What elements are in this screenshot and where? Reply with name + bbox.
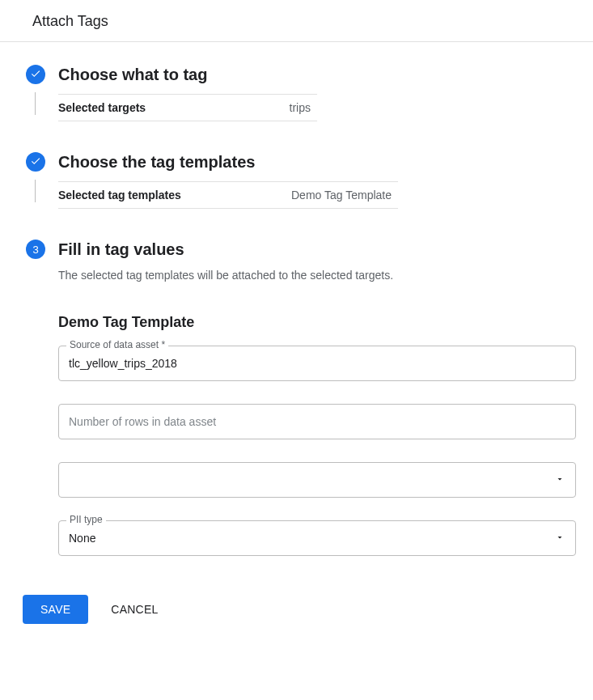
step2-complete-badge bbox=[26, 152, 45, 172]
step2-summary-row: Selected tag templates Demo Tag Template bbox=[58, 181, 398, 209]
step-connector bbox=[35, 180, 36, 202]
step3-description: The selected tag templates will be attac… bbox=[58, 269, 576, 282]
cancel-button[interactable]: CANCEL bbox=[111, 603, 158, 616]
save-button[interactable]: SAVE bbox=[23, 595, 88, 624]
step2-summary-value: Demo Tag Template bbox=[291, 189, 398, 202]
step2-summary-label: Selected tag templates bbox=[58, 189, 181, 202]
step1-complete-badge bbox=[26, 65, 45, 84]
step2-title: Choose the tag templates bbox=[58, 152, 570, 172]
page-title: Attach Tags bbox=[0, 0, 593, 42]
field-source-of-data-asset: Source of data asset * bbox=[58, 346, 576, 381]
pii-dropdown-value: None bbox=[69, 532, 95, 545]
unnamed-dropdown[interactable] bbox=[58, 462, 576, 498]
step3-number-badge: 3 bbox=[26, 240, 45, 259]
step-fill-in-tag-values: 3 Fill in tag values The selected tag te… bbox=[23, 240, 570, 579]
check-icon bbox=[30, 68, 41, 82]
source-input[interactable] bbox=[58, 346, 576, 381]
step-choose-what-to-tag: Choose what to tag Selected targets trip… bbox=[23, 65, 570, 121]
step1-title: Choose what to tag bbox=[58, 65, 570, 84]
field-pii-type: PII type None bbox=[58, 520, 576, 556]
field-unnamed-dropdown bbox=[58, 462, 576, 498]
form-section-heading: Demo Tag Template bbox=[58, 314, 576, 331]
step1-summary-row: Selected targets trips bbox=[58, 94, 317, 121]
check-icon bbox=[30, 155, 41, 169]
step-connector bbox=[35, 92, 36, 115]
step1-summary-value: trips bbox=[290, 101, 317, 114]
main-content: Choose what to tag Selected targets trip… bbox=[0, 42, 593, 647]
step3-title: Fill in tag values bbox=[58, 240, 576, 259]
pii-label: PII type bbox=[66, 514, 106, 525]
step-choose-tag-templates: Choose the tag templates Selected tag te… bbox=[23, 152, 570, 209]
footer-actions: SAVE CANCEL bbox=[23, 595, 570, 624]
rows-input[interactable] bbox=[58, 404, 576, 439]
step1-summary-label: Selected targets bbox=[58, 101, 146, 114]
source-label: Source of data asset * bbox=[66, 339, 168, 350]
field-number-of-rows bbox=[58, 404, 576, 439]
pii-dropdown[interactable]: None bbox=[58, 520, 576, 556]
